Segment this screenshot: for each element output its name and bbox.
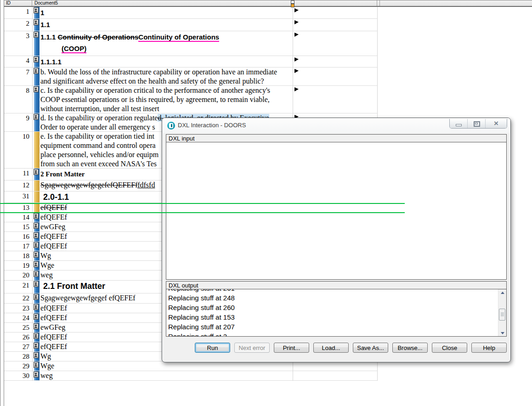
table-row[interactable]: 21.1 bbox=[0, 19, 378, 31]
change-bar-cell bbox=[33, 371, 40, 380]
text-segment: Order to operate under all emergency s bbox=[40, 123, 155, 131]
text-segment: from such an event exceed NASA's Tes bbox=[40, 160, 157, 168]
hourglass-icon bbox=[34, 19, 39, 25]
column-header-document5[interactable]: Document5 bbox=[32, 0, 293, 6]
text-segment: 1.1.1 bbox=[40, 33, 58, 41]
change-bar-cell bbox=[33, 293, 40, 303]
object-text-line: b. Would the loss of the infrastructure … bbox=[40, 68, 378, 77]
change-bar-cell bbox=[33, 222, 40, 231]
hourglass-icon bbox=[34, 213, 39, 219]
close-button[interactable]: Close bbox=[432, 343, 467, 353]
scroll-up-arrow-icon[interactable] bbox=[498, 289, 506, 296]
text-segment: efQEFEf bbox=[40, 333, 67, 341]
change-bar-cell bbox=[33, 31, 40, 56]
change-bar-cell bbox=[33, 169, 40, 180]
next-error-button[interactable]: Next error bbox=[234, 343, 270, 353]
change-bar-cell bbox=[33, 232, 40, 241]
column-header-links[interactable] bbox=[293, 0, 377, 6]
table-row[interactable]: 30weg bbox=[0, 371, 378, 381]
row-id: 30 bbox=[0, 372, 29, 380]
column-header-rest bbox=[380, 0, 532, 6]
minimize-icon bbox=[456, 124, 462, 126]
table-row[interactable]: 8c. Is the capability or operation criti… bbox=[0, 86, 378, 113]
column-header-id[interactable]: ID bbox=[4, 0, 32, 6]
output-scrollbar[interactable] bbox=[498, 289, 506, 336]
change-bar bbox=[34, 180, 40, 191]
outlink-arrow-icon[interactable] bbox=[294, 33, 299, 37]
column-divider bbox=[32, 7, 33, 381]
object-text: weg bbox=[40, 371, 378, 380]
close-button[interactable]: × bbox=[485, 119, 507, 128]
dxl-output-text: Replacing stuff at 201Replacing stuff at… bbox=[166, 289, 498, 336]
outlink-arrow-icon[interactable] bbox=[294, 69, 299, 73]
row-id: 10 bbox=[0, 132, 29, 141]
text-segment: (COOP) bbox=[62, 45, 86, 53]
change-bar-cell bbox=[33, 361, 40, 371]
dxl-input-label: DXL input bbox=[166, 134, 507, 142]
table-row[interactable]: 29Wge bbox=[0, 361, 378, 371]
row-id: 9 bbox=[0, 114, 29, 123]
change-bar-cell bbox=[33, 213, 40, 222]
print-button[interactable]: Print... bbox=[274, 343, 309, 353]
change-bar-cell bbox=[33, 251, 40, 260]
object-text: c. Is the capability or operation critic… bbox=[40, 86, 378, 113]
row-id: 2 bbox=[0, 19, 29, 28]
hourglass-icon bbox=[34, 242, 39, 248]
text-segment: weg bbox=[40, 372, 53, 379]
outlink-arrow-icon[interactable] bbox=[294, 8, 299, 12]
hourglass-icon bbox=[34, 232, 39, 238]
dxl-input-textarea[interactable] bbox=[166, 142, 507, 280]
row-id: 25 bbox=[0, 323, 29, 332]
row-id: 15 bbox=[0, 223, 29, 231]
selection-line bbox=[0, 203, 405, 204]
doors-app-icon bbox=[167, 122, 175, 130]
dxl-output-area[interactable]: Replacing stuff at 201Replacing stuff at… bbox=[166, 289, 507, 337]
scrollbar-thumb[interactable] bbox=[499, 309, 505, 321]
hourglass-icon bbox=[34, 114, 39, 120]
object-text: 1 bbox=[40, 7, 378, 18]
outlink-arrow-icon[interactable] bbox=[294, 57, 299, 62]
table-row[interactable]: 7b. Would the loss of the infrastructure… bbox=[0, 68, 378, 86]
hourglass-icon bbox=[34, 68, 39, 74]
text-segment: efQEFEf bbox=[40, 232, 67, 240]
row-id: 29 bbox=[0, 362, 29, 371]
change-bar bbox=[34, 132, 40, 168]
object-text-line: 1 bbox=[40, 7, 378, 18]
save-as-button[interactable]: Save As... bbox=[353, 343, 388, 353]
load-button[interactable]: Load... bbox=[313, 343, 349, 353]
hourglass-icon bbox=[34, 294, 39, 300]
hourglass-icon bbox=[34, 86, 39, 92]
output-line: Replacing stuff at 207 bbox=[168, 322, 498, 332]
text-segment: ewGFeg bbox=[40, 223, 65, 231]
maximize-button[interactable] bbox=[467, 119, 485, 128]
dialog-titlebar[interactable]: DXL Interaction - DOORS × bbox=[162, 118, 510, 133]
hourglass-icon bbox=[34, 56, 39, 62]
table-row[interactable]: 31.1.1 Continuity of OperationsContinuit… bbox=[0, 31, 378, 56]
outlink-arrow-icon[interactable] bbox=[294, 20, 299, 24]
minimize-button[interactable] bbox=[450, 119, 467, 128]
browse-button[interactable]: Browse... bbox=[392, 343, 428, 353]
object-text-line: (COOP) bbox=[40, 43, 378, 54]
table-row[interactable]: 41.1.1.1 bbox=[0, 56, 378, 68]
help-button[interactable]: Help bbox=[471, 343, 507, 353]
text-segment: 2 Front Matter bbox=[40, 170, 85, 178]
row-id: 17 bbox=[0, 242, 29, 251]
text-segment: b. Would the loss of the infrastructure … bbox=[40, 68, 277, 76]
change-bar-cell bbox=[33, 304, 40, 313]
text-segment: COOP essential operations or is this req… bbox=[40, 96, 270, 103]
change-bar-cell bbox=[33, 271, 40, 280]
run-button[interactable]: Run bbox=[195, 343, 230, 353]
scroll-down-arrow-icon[interactable] bbox=[498, 329, 506, 336]
text-segment: weg bbox=[40, 271, 53, 279]
text-segment: and significant adverse effect on the he… bbox=[40, 77, 264, 85]
text-segment: 1.1 bbox=[40, 21, 50, 28]
outlink-arrow-icon[interactable] bbox=[294, 87, 299, 91]
output-line: Replacing stuff at 248 bbox=[168, 293, 498, 303]
text-segment: 2.1 Front Matter bbox=[43, 282, 105, 291]
output-line: Replacing stuff at 201 bbox=[168, 289, 498, 293]
object-text: 1.1.1 Continuity of OperationsContinuity… bbox=[40, 31, 378, 54]
object-text-line: 1.1.1.1 bbox=[40, 56, 378, 68]
row-id: 26 bbox=[0, 333, 29, 342]
text-segment: 1.1.1.1 bbox=[40, 58, 62, 66]
table-row[interactable]: 11 bbox=[0, 7, 378, 19]
